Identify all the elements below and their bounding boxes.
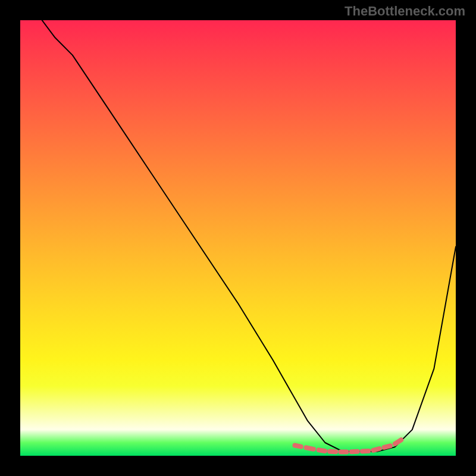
chart-svg: [20, 20, 456, 456]
highlight-dash: [373, 449, 379, 450]
highlight-dash: [330, 452, 336, 452]
highlight-dash: [352, 452, 358, 452]
curve-line: [42, 20, 456, 452]
highlight-dash: [295, 446, 301, 447]
highlight-dash: [319, 450, 325, 451]
highlight-dash: [384, 446, 390, 447]
plot-area: [20, 20, 456, 456]
watermark-text: TheBottleneck.com: [345, 4, 465, 19]
highlight-dash: [395, 440, 401, 444]
highlight-dash: [306, 447, 314, 449]
